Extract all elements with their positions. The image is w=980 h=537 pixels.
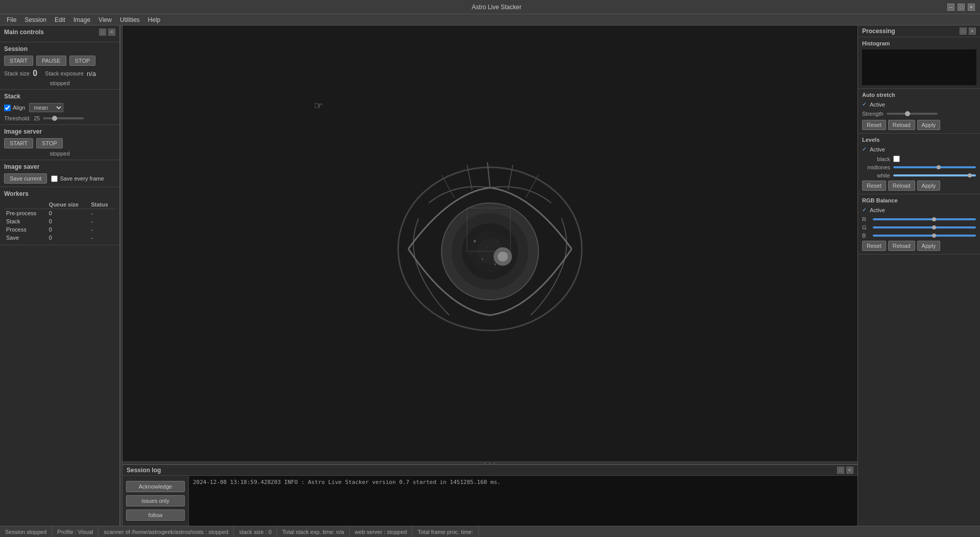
levels-reload-button[interactable]: Reload	[888, 181, 915, 191]
table-row: Save 0 -	[4, 234, 115, 242]
rgb-reload-button[interactable]: Reload	[888, 241, 915, 251]
auto-stretch-active-label[interactable]: Active	[870, 101, 885, 108]
worker-queue-preprocess: 0	[47, 209, 89, 218]
r-slider[interactable]	[873, 218, 976, 220]
worker-status-preprocess: -	[89, 209, 115, 218]
auto-stretch-reset-button[interactable]: Reset	[862, 120, 886, 130]
right-panel-restore-icon[interactable]: □	[960, 28, 967, 35]
menu-edit[interactable]: Edit	[51, 15, 69, 24]
save-every-frame-text: Save every frame	[60, 175, 104, 182]
levels-active-text: Active	[870, 146, 885, 152]
worker-name-preprocess: Pre-process	[4, 209, 47, 218]
session-log-title: Session log	[127, 467, 161, 474]
menu-help[interactable]: Help	[144, 15, 165, 24]
main-controls-header: Main controls □ ✕	[0, 25, 119, 42]
image-server-title: Image server	[4, 128, 42, 135]
worker-queue-save: 0	[47, 234, 89, 242]
save-every-frame-checkbox[interactable]	[51, 175, 58, 182]
server-status: stopped	[4, 150, 115, 157]
b-slider[interactable]	[873, 235, 976, 237]
image-saver-section: Image saver Save current Save every fram…	[0, 160, 119, 187]
table-row: Stack 0 -	[4, 217, 115, 225]
svg-point-13	[498, 251, 508, 262]
issues-only-button[interactable]: issues only	[126, 495, 185, 506]
panel-title-icons: □ ✕	[99, 29, 115, 36]
g-slider[interactable]	[873, 226, 976, 228]
stack-exposure-item: Stack exposure n/a	[45, 70, 96, 78]
midtones-slider[interactable]	[893, 166, 976, 168]
right-panel-icons: □ ✕	[960, 28, 976, 35]
minimize-button[interactable]: ─	[947, 4, 954, 11]
workers-table: Queue size Status Pre-process 0 - Stack …	[4, 200, 115, 242]
menu-file[interactable]: File	[3, 15, 20, 24]
threshold-label: Threshold:	[4, 115, 31, 121]
midtones-label: midtones	[862, 164, 890, 170]
image-server-section: Image server START STOP stopped	[0, 125, 119, 160]
align-checkbox[interactable]	[4, 105, 11, 111]
workers-body: Pre-process 0 - Stack 0 - Process 0 -	[4, 209, 115, 242]
worker-queue-process: 0	[47, 225, 89, 234]
workers-col-name	[4, 200, 47, 209]
worker-status-stack: -	[89, 217, 115, 225]
start-button[interactable]: START	[4, 56, 33, 66]
left-panel: Main controls □ ✕ Session START PAUSE ST…	[0, 25, 120, 526]
server-start-button[interactable]: START	[4, 138, 33, 148]
svg-point-14	[474, 240, 476, 242]
white-label: white	[862, 172, 890, 178]
menu-view[interactable]: View	[94, 15, 116, 24]
session-section: Session START PAUSE STOP Stack size 0 St…	[0, 42, 119, 90]
white-slider[interactable]	[893, 174, 976, 176]
server-controls: START STOP	[4, 138, 115, 148]
levels-active-row: ✓ Active	[862, 146, 976, 152]
log-close-icon[interactable]: ✕	[846, 467, 853, 474]
levels-section: Levels ✓ Active black midtones white Res…	[858, 134, 980, 194]
stop-button[interactable]: STOP	[69, 56, 96, 66]
right-panel-close-icon[interactable]: ✕	[969, 28, 976, 35]
menu-image[interactable]: Image	[69, 15, 94, 24]
stack-exposure-label: Stack exposure	[45, 70, 84, 76]
threshold-value: 25	[34, 115, 40, 121]
align-select[interactable]: mean median sum	[29, 103, 63, 112]
follow-button[interactable]: follow	[126, 509, 185, 521]
black-checkbox[interactable]	[893, 156, 900, 162]
threshold-slider[interactable]	[43, 117, 84, 119]
rgb-balance-section: RGB Balance ✓ Active R G B Reset Reload …	[858, 194, 980, 254]
levels-checkmark: ✓	[862, 146, 867, 152]
levels-reset-button[interactable]: Reset	[862, 181, 886, 191]
svg-point-15	[482, 258, 483, 260]
auto-stretch-apply-button[interactable]: Apply	[917, 120, 941, 130]
status-total-frame-proc: Total frame proc. time:	[412, 526, 479, 537]
levels-buttons: Reset Reload Apply	[862, 181, 976, 191]
workers-header-row: Queue size Status	[4, 200, 115, 209]
menu-utilities[interactable]: Utilities	[116, 15, 144, 24]
log-text-area: 2024-12-08 13:18:59.428203 INFO : Astro …	[189, 476, 857, 526]
svg-point-18	[469, 253, 470, 254]
pause-button[interactable]: PAUSE	[36, 56, 66, 66]
rgb-apply-button[interactable]: Apply	[917, 241, 941, 251]
black-label: black	[862, 156, 890, 162]
restore-button[interactable]: □	[958, 4, 965, 11]
levels-apply-button[interactable]: Apply	[917, 181, 941, 191]
panel-close-icon[interactable]: ✕	[108, 29, 115, 36]
panel-restore-icon[interactable]: □	[99, 29, 106, 36]
session-controls: START PAUSE STOP	[4, 56, 115, 66]
g-label: G	[862, 224, 870, 231]
image-view[interactable]: ☞	[122, 25, 857, 462]
auto-stretch-checkmark: ✓	[862, 101, 867, 108]
rgb-reset-button[interactable]: Reset	[862, 241, 886, 251]
menu-session[interactable]: Session	[20, 15, 51, 24]
align-checkbox-label[interactable]: Align	[4, 105, 25, 111]
server-stop-button[interactable]: STOP	[36, 138, 63, 148]
strength-slider[interactable]	[887, 113, 938, 115]
log-restore-icon[interactable]: □	[837, 467, 844, 474]
close-button[interactable]: ✕	[968, 4, 975, 11]
rgb-buttons: Reset Reload Apply	[862, 241, 976, 251]
black-row: black	[862, 156, 976, 162]
auto-stretch-reload-button[interactable]: Reload	[888, 120, 915, 130]
midtones-row: midtones	[862, 164, 976, 170]
acknowledge-button[interactable]: Acknowledge	[126, 481, 185, 492]
save-every-frame-label[interactable]: Save every frame	[51, 175, 104, 182]
stack-title: Stack	[4, 93, 20, 100]
save-current-button[interactable]: Save current	[4, 173, 47, 184]
worker-status-process: -	[89, 225, 115, 234]
